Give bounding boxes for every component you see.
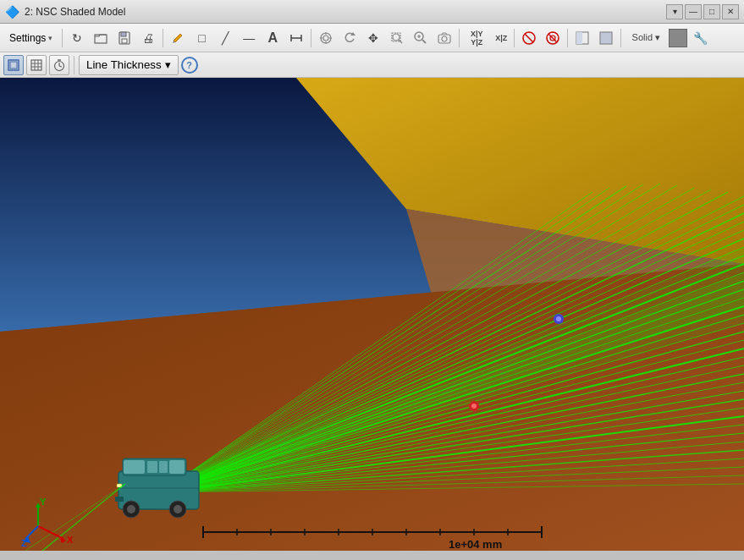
- svg-text:Y: Y: [40, 497, 47, 507]
- title-bar: 🔷 2: NSC Shaded Model ▾ — □ ✕: [0, 0, 744, 24]
- svg-rect-32: [10, 62, 17, 69]
- svg-rect-30: [600, 32, 612, 44]
- clock-button[interactable]: [49, 55, 69, 75]
- axis-xy-button[interactable]: X|Y Y|Z: [463, 27, 490, 49]
- zoom-region-button[interactable]: [386, 27, 408, 49]
- svg-text:1e+04 mm: 1e+04 mm: [449, 538, 502, 551]
- line-thickness-button[interactable]: Line Thickness ▾: [79, 55, 179, 75]
- svg-point-22: [442, 36, 447, 41]
- svg-point-104: [127, 505, 135, 513]
- rotate-button[interactable]: [339, 27, 361, 49]
- window-title: 2: NSC Shaded Model: [25, 6, 125, 18]
- svg-rect-99: [124, 460, 145, 474]
- svg-rect-100: [169, 460, 185, 474]
- maximize-button[interactable]: □: [703, 4, 720, 19]
- pan-button[interactable]: ✥: [362, 27, 384, 49]
- toolbar-separator-7: [620, 29, 621, 47]
- svg-rect-2: [121, 32, 126, 36]
- bracket-button[interactable]: [285, 27, 307, 49]
- secondary-toolbar: Line Thickness ▾ ?: [0, 52, 744, 78]
- svg-text:Z: Z: [21, 538, 27, 548]
- close-button[interactable]: ✕: [722, 4, 739, 19]
- color-swatch[interactable]: [669, 29, 687, 47]
- 3d-viewport[interactable]: Y X Z: [0, 78, 744, 551]
- settings-arrow-icon: ▾: [48, 34, 52, 42]
- line-button[interactable]: ╱: [214, 27, 236, 49]
- camera-button[interactable]: [433, 27, 455, 49]
- refresh-button[interactable]: ↻: [66, 27, 88, 49]
- rectangle-button[interactable]: □: [190, 27, 212, 49]
- toolbar-separator-5: [514, 29, 515, 47]
- toolbar2-separator: [74, 56, 74, 74]
- line-thickness-arrow: ▾: [165, 58, 171, 71]
- toolbar-separator-6: [567, 29, 568, 47]
- hline-button[interactable]: —: [238, 27, 260, 49]
- main-toolbar: Settings ▾ ↻ 🖨 □ ╱ — A ✥ X|Y Y|Z X|Z: [0, 24, 744, 52]
- shade-mode1-button[interactable]: [571, 27, 593, 49]
- svg-rect-3: [122, 39, 127, 43]
- no-ray-button[interactable]: [518, 27, 540, 49]
- svg-line-40: [59, 66, 62, 67]
- svg-point-95: [556, 316, 561, 321]
- scene-svg: Y X Z: [0, 78, 744, 551]
- title-bar-left: 🔷 2: NSC Shaded Model: [5, 5, 125, 19]
- shade-mode2-button[interactable]: [595, 27, 617, 49]
- svg-rect-108: [115, 497, 124, 502]
- svg-rect-102: [159, 461, 168, 473]
- title-buttons: ▾ — □ ✕: [666, 4, 739, 19]
- svg-line-24: [525, 34, 533, 42]
- settings-menu[interactable]: Settings ▾: [3, 27, 58, 49]
- svg-point-16: [393, 34, 400, 41]
- svg-text:X: X: [67, 535, 74, 545]
- grid-button[interactable]: [26, 55, 47, 75]
- solid-button[interactable]: Solid ▾: [625, 27, 667, 49]
- wrench-button[interactable]: 🔧: [689, 27, 711, 49]
- svg-rect-29: [576, 32, 582, 44]
- settings-label: Settings: [9, 32, 46, 44]
- help-button[interactable]: ?: [181, 57, 198, 74]
- svg-point-96: [471, 404, 477, 409]
- target-button[interactable]: [315, 27, 337, 49]
- svg-point-106: [174, 505, 182, 513]
- toolbar-separator-2: [163, 29, 163, 47]
- window-icon: 🔷: [5, 5, 19, 19]
- frame-button[interactable]: [3, 55, 24, 75]
- svg-point-8: [323, 36, 328, 41]
- axis-xz-button[interactable]: X|Z: [492, 27, 510, 49]
- van-group: [115, 458, 199, 518]
- line-thickness-label: Line Thickness: [86, 58, 162, 71]
- save-button[interactable]: [113, 27, 135, 49]
- minimize-button[interactable]: —: [685, 4, 702, 19]
- toolbar-separator-3: [311, 29, 311, 47]
- open-button[interactable]: [90, 27, 112, 49]
- text-button[interactable]: A: [262, 27, 284, 49]
- svg-rect-101: [147, 461, 157, 473]
- svg-rect-33: [31, 60, 41, 70]
- restore-button[interactable]: ▾: [666, 4, 683, 19]
- print-button[interactable]: 🖨: [137, 27, 159, 49]
- toolbar-separator-1: [62, 29, 63, 47]
- no-source-button[interactable]: [542, 27, 564, 49]
- zoom-button[interactable]: [410, 27, 432, 49]
- pencil-button[interactable]: [167, 27, 189, 49]
- toolbar-separator-4: [459, 29, 460, 47]
- svg-line-18: [422, 40, 426, 43]
